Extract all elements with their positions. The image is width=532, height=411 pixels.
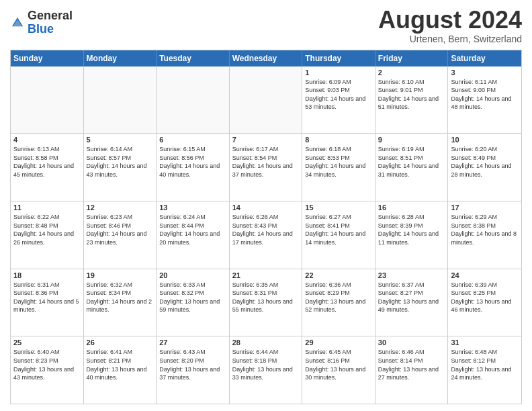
cal-cell: 21Sunrise: 6:35 AM Sunset: 8:31 PM Dayli… [230, 269, 303, 336]
day-number: 7 [232, 136, 300, 144]
logo: General Blue [10, 9, 73, 36]
day-number: 19 [87, 271, 154, 279]
day-number: 21 [232, 271, 300, 279]
day-number: 29 [305, 338, 372, 347]
day-info: Sunrise: 6:28 AM Sunset: 8:39 PM Dayligh… [378, 213, 445, 246]
day-info: Sunrise: 6:36 AM Sunset: 8:29 PM Dayligh… [305, 281, 372, 314]
cal-row-3: 18Sunrise: 6:31 AM Sunset: 8:36 PM Dayli… [11, 269, 521, 337]
day-number: 24 [451, 271, 519, 279]
logo-icon [10, 15, 25, 30]
day-info: Sunrise: 6:33 AM Sunset: 8:32 PM Dayligh… [159, 281, 226, 314]
day-info: Sunrise: 6:10 AM Sunset: 9:01 PM Dayligh… [378, 78, 445, 111]
day-of-week-sunday: Sunday [11, 50, 84, 66]
cal-cell: 15Sunrise: 6:27 AM Sunset: 8:41 PM Dayli… [302, 201, 375, 269]
day-number: 8 [305, 136, 372, 144]
title-block: August 2024 Urtenen, Bern, Switzerland [378, 7, 522, 44]
day-info: Sunrise: 6:18 AM Sunset: 8:53 PM Dayligh… [305, 145, 372, 179]
cal-cell: 8Sunrise: 6:18 AM Sunset: 8:53 PM Daylig… [302, 134, 375, 201]
day-info: Sunrise: 6:11 AM Sunset: 9:00 PM Dayligh… [451, 78, 519, 111]
cal-cell [230, 66, 303, 134]
day-number: 5 [87, 136, 154, 144]
day-number: 10 [451, 136, 519, 144]
day-of-week-tuesday: Tuesday [157, 50, 230, 66]
day-number: 22 [305, 271, 372, 279]
cal-row-2: 11Sunrise: 6:22 AM Sunset: 8:48 PM Dayli… [11, 201, 521, 269]
day-of-week-monday: Monday [84, 50, 157, 66]
cal-cell: 18Sunrise: 6:31 AM Sunset: 8:36 PM Dayli… [11, 269, 84, 336]
day-number: 23 [378, 271, 445, 279]
cal-cell: 6Sunrise: 6:15 AM Sunset: 8:56 PM Daylig… [157, 134, 230, 201]
day-number: 15 [305, 203, 372, 212]
day-info: Sunrise: 6:15 AM Sunset: 8:56 PM Dayligh… [159, 145, 226, 179]
day-of-week-saturday: Saturday [448, 50, 521, 66]
page: General Blue August 2024 Urtenen, Bern, … [0, 0, 532, 411]
day-info: Sunrise: 6:29 AM Sunset: 8:38 PM Dayligh… [451, 213, 519, 246]
day-info: Sunrise: 6:39 AM Sunset: 8:25 PM Dayligh… [451, 281, 519, 314]
cal-cell: 22Sunrise: 6:36 AM Sunset: 8:29 PM Dayli… [302, 269, 375, 336]
day-number: 28 [232, 338, 300, 347]
day-info: Sunrise: 6:48 AM Sunset: 8:12 PM Dayligh… [451, 348, 519, 381]
day-number: 16 [378, 203, 445, 212]
cal-cell: 14Sunrise: 6:26 AM Sunset: 8:43 PM Dayli… [230, 201, 303, 269]
cal-cell: 16Sunrise: 6:28 AM Sunset: 8:39 PM Dayli… [375, 201, 449, 269]
day-of-week-wednesday: Wednesday [230, 50, 303, 66]
day-info: Sunrise: 6:35 AM Sunset: 8:31 PM Dayligh… [232, 281, 300, 314]
cal-cell: 19Sunrise: 6:32 AM Sunset: 8:34 PM Dayli… [84, 269, 157, 336]
day-info: Sunrise: 6:46 AM Sunset: 8:14 PM Dayligh… [378, 348, 445, 381]
cal-cell: 3Sunrise: 6:11 AM Sunset: 9:00 PM Daylig… [448, 66, 521, 134]
cal-cell: 20Sunrise: 6:33 AM Sunset: 8:32 PM Dayli… [157, 269, 230, 336]
day-number: 12 [87, 203, 154, 212]
cal-cell: 17Sunrise: 6:29 AM Sunset: 8:38 PM Dayli… [448, 201, 521, 269]
cal-cell [84, 66, 157, 134]
day-info: Sunrise: 6:45 AM Sunset: 8:16 PM Dayligh… [305, 348, 372, 381]
day-number: 1 [305, 68, 372, 77]
day-number: 17 [451, 203, 519, 212]
header: General Blue August 2024 Urtenen, Bern, … [10, 7, 522, 44]
calendar-header: SundayMondayTuesdayWednesdayThursdayFrid… [11, 50, 521, 66]
day-number: 25 [13, 338, 81, 347]
day-info: Sunrise: 6:26 AM Sunset: 8:43 PM Dayligh… [232, 213, 300, 246]
day-info: Sunrise: 6:32 AM Sunset: 8:34 PM Dayligh… [87, 281, 154, 314]
day-number: 4 [13, 136, 81, 144]
cal-cell: 23Sunrise: 6:37 AM Sunset: 8:27 PM Dayli… [375, 269, 449, 336]
cal-row-1: 4Sunrise: 6:13 AM Sunset: 8:58 PM Daylig… [11, 134, 521, 201]
cal-row-0: 1Sunrise: 6:09 AM Sunset: 9:03 PM Daylig… [11, 66, 521, 134]
day-number: 13 [159, 203, 226, 212]
cal-cell: 4Sunrise: 6:13 AM Sunset: 8:58 PM Daylig… [11, 134, 84, 201]
month-title: August 2024 [378, 7, 522, 34]
day-number: 14 [232, 203, 300, 212]
day-of-week-friday: Friday [375, 50, 449, 66]
day-info: Sunrise: 6:41 AM Sunset: 8:21 PM Dayligh… [87, 348, 154, 381]
cal-cell: 12Sunrise: 6:23 AM Sunset: 8:46 PM Dayli… [84, 201, 157, 269]
cal-cell: 27Sunrise: 6:43 AM Sunset: 8:20 PM Dayli… [157, 336, 230, 404]
day-of-week-thursday: Thursday [302, 50, 375, 66]
day-info: Sunrise: 6:17 AM Sunset: 8:54 PM Dayligh… [232, 145, 300, 179]
cal-cell: 29Sunrise: 6:45 AM Sunset: 8:16 PM Dayli… [302, 336, 375, 404]
location: Urtenen, Bern, Switzerland [378, 34, 522, 44]
cal-cell: 28Sunrise: 6:44 AM Sunset: 8:18 PM Dayli… [230, 336, 303, 404]
calendar: SundayMondayTuesdayWednesdayThursdayFrid… [10, 50, 522, 404]
day-number: 3 [451, 68, 519, 77]
day-info: Sunrise: 6:13 AM Sunset: 8:58 PM Dayligh… [13, 145, 81, 179]
cal-cell: 9Sunrise: 6:19 AM Sunset: 8:51 PM Daylig… [375, 134, 449, 201]
day-info: Sunrise: 6:40 AM Sunset: 8:23 PM Dayligh… [13, 348, 81, 381]
cal-row-4: 25Sunrise: 6:40 AM Sunset: 8:23 PM Dayli… [11, 336, 521, 404]
day-info: Sunrise: 6:20 AM Sunset: 8:49 PM Dayligh… [451, 145, 519, 179]
day-number: 18 [13, 271, 81, 279]
cal-cell: 7Sunrise: 6:17 AM Sunset: 8:54 PM Daylig… [230, 134, 303, 201]
day-info: Sunrise: 6:14 AM Sunset: 8:57 PM Dayligh… [87, 145, 154, 179]
day-number: 6 [159, 136, 226, 144]
logo-general-text: General [28, 9, 73, 22]
cal-cell: 2Sunrise: 6:10 AM Sunset: 9:01 PM Daylig… [375, 66, 449, 134]
logo-blue-text: Blue [28, 22, 54, 36]
day-number: 26 [87, 338, 154, 347]
cal-cell: 1Sunrise: 6:09 AM Sunset: 9:03 PM Daylig… [302, 66, 375, 134]
day-info: Sunrise: 6:24 AM Sunset: 8:44 PM Dayligh… [159, 213, 226, 246]
day-info: Sunrise: 6:44 AM Sunset: 8:18 PM Dayligh… [232, 348, 300, 381]
day-number: 11 [13, 203, 81, 212]
cal-cell: 5Sunrise: 6:14 AM Sunset: 8:57 PM Daylig… [84, 134, 157, 201]
cal-cell: 30Sunrise: 6:46 AM Sunset: 8:14 PM Dayli… [375, 336, 449, 404]
calendar-body: 1Sunrise: 6:09 AM Sunset: 9:03 PM Daylig… [11, 66, 521, 404]
day-info: Sunrise: 6:43 AM Sunset: 8:20 PM Dayligh… [159, 348, 226, 381]
cal-cell: 25Sunrise: 6:40 AM Sunset: 8:23 PM Dayli… [11, 336, 84, 404]
